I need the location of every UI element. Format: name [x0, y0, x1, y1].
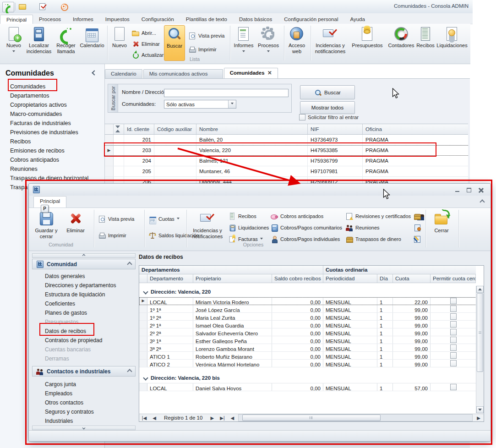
procesos-button[interactable]: Procesos	[256, 25, 280, 61]
sidebar-item-traspasos-horizontal[interactable]: Traspasos de dinero horizontal	[0, 174, 104, 183]
eliminar-button[interactable]: Eliminar	[132, 39, 160, 49]
dialog-nav-empleados[interactable]: Empleados	[32, 389, 136, 398]
sidebar-item-copropietarios[interactable]: Copropietarios activos	[0, 100, 104, 109]
sidebar-item-departamentos[interactable]: Departamentos	[0, 91, 104, 100]
dialog-eliminar-button[interactable]: Eliminar	[62, 209, 89, 247]
clipboard-check-icon[interactable]	[38, 3, 46, 10]
imprimir-button[interactable]: Imprimir	[189, 45, 217, 54]
incidencias-notificaciones-button[interactable]: Incidencias y notificaciones	[313, 25, 347, 61]
dialog-nav-cuentas[interactable]: Cuentas bancarias	[32, 345, 136, 354]
permitir-cuota-cero-checkbox[interactable]	[450, 321, 457, 328]
permitir-cuota-cero-checkbox[interactable]	[450, 344, 457, 351]
cuotas-button[interactable]: Cuotas	[149, 214, 180, 224]
group-header-contactos[interactable]: Contactos e industriales	[32, 366, 136, 377]
recibos-button[interactable]: Recibos	[415, 25, 436, 61]
dialog-vista-previa-button[interactable]: Vista previa	[98, 214, 134, 224]
col-dia[interactable]: Día	[377, 274, 393, 283]
extra-tool-button-2[interactable]	[414, 223, 421, 232]
buscar-panel-button[interactable]: Buscar	[300, 85, 355, 99]
dialog-liquidaciones-button[interactable]: Liquidaciones	[229, 223, 269, 232]
table-row[interactable]: 3ª 2ªLorenzo Gamboa Morant 0,00MENSUAL 1…	[139, 344, 484, 352]
horizontal-scrollbar[interactable]	[238, 414, 473, 421]
table-row[interactable]: 201 Bailén, 20H37364973 PRAGMA	[105, 135, 468, 145]
col-propietario[interactable]: Propietario	[193, 274, 272, 283]
localizar-incidencias-button[interactable]: Localizar incidencias	[24, 25, 54, 61]
minimize-button[interactable]	[452, 186, 462, 193]
permitir-cuota-cero-checkbox[interactable]	[450, 360, 457, 366]
group-row-valencia-220[interactable]: Dirección: Valencia, 220	[139, 287, 484, 297]
permitir-cuota-cero-checkbox[interactable]	[450, 329, 457, 335]
tab-comunidades[interactable]: Comunidades ✕	[224, 68, 278, 78]
solicitar-filtro-checkbox[interactable]	[299, 114, 305, 120]
col-header-codigo[interactable]: Código auxiliar	[154, 124, 196, 134]
dialog-nav-seguros[interactable]: Seguros y contratos	[32, 407, 136, 416]
cobros-pagos-individuales-button[interactable]: Cobros/Pagos individuales	[271, 235, 340, 244]
dialog-tab-principal[interactable]: Principal	[33, 196, 66, 208]
dialog-titlebar[interactable]: Valencia, 220 - Comunidad	[29, 184, 491, 196]
mostrar-todos-button[interactable]: Mostrar todos	[300, 101, 355, 114]
table-row[interactable]: LOCALDaniel Salva Hoyos 0,00MENSUAL 157,…	[139, 383, 484, 391]
vertical-scrollbar[interactable]	[476, 286, 484, 413]
dialog-nav-industriales[interactable]: Industriales	[32, 416, 136, 426]
vista-previa-button[interactable]: Vista previa	[189, 31, 224, 40]
next-record-icon[interactable]: ▶	[207, 415, 217, 421]
dialog-imprimir-button[interactable]: Imprimir	[98, 231, 126, 240]
mail-icon[interactable]	[18, 3, 26, 10]
table-row-selected[interactable]: ▶ 203 Valencia, 220H47953385 PRAGMA	[105, 145, 468, 156]
table-row[interactable]: ATICO 1Roberto Muñiz Bejarano 0,00MENSUA…	[139, 352, 484, 360]
collapse-sidebar-icon[interactable]	[92, 70, 97, 75]
table-row[interactable]: 3º 1ªEsther Gallegos Peña 0,00MENSUAL 19…	[139, 336, 484, 344]
permitir-cuota-cero-checkbox[interactable]	[450, 337, 457, 343]
sidebar-item-macro[interactable]: Macro-comunidades	[0, 109, 104, 119]
sidebar-item-comunidades[interactable]: Comunidades	[0, 82, 104, 91]
dialog-nav-planes[interactable]: Planes de gastos	[32, 308, 136, 317]
ribbon-tab-procesos[interactable]: Procesos	[33, 15, 67, 24]
permitir-cuota-cero-checkbox[interactable]	[450, 313, 457, 320]
table-row[interactable]: ATICO 2Verónica Mármol Hortelano 0,00MEN…	[139, 360, 484, 367]
dialog-nav-estructura[interactable]: Estructura de liquidación	[32, 290, 136, 299]
informes-button[interactable]: Informes	[232, 25, 256, 61]
col-permitir[interactable]: Permitir cuota cero	[431, 274, 476, 283]
contadores-button[interactable]: Contadores	[387, 25, 415, 61]
scroll-right-icon[interactable]: ▶	[474, 415, 484, 421]
buscar-por-vertical-tab[interactable]: Buscar por	[108, 84, 118, 112]
dialog-nav-datos-recibos[interactable]: Datos de recibos	[32, 327, 136, 336]
nombre-direccion-input[interactable]	[164, 89, 289, 97]
col-header-nombre[interactable]: Nombre	[196, 124, 308, 134]
abrir-button[interactable]: Abrir...	[132, 28, 156, 38]
permitir-cuota-cero-checkbox[interactable]	[450, 352, 457, 359]
close-tab-icon[interactable]: ✕	[267, 70, 272, 76]
first-record-icon[interactable]: |◀	[139, 415, 149, 421]
sidebar-splitter-bottom[interactable]	[32, 426, 136, 430]
dialog-nav-contratos[interactable]: Contratos de propiedad	[32, 336, 136, 345]
dialog-nav-otros[interactable]: Otros contactos	[32, 398, 136, 407]
col-cuota[interactable]: Cuota	[393, 274, 431, 283]
ribbon-tab-principal[interactable]: Principal	[0, 15, 33, 24]
sidebar-item-cobros[interactable]: Cobros anticipados	[0, 155, 104, 164]
col-header-oficina[interactable]: Oficina	[363, 124, 468, 134]
chevron-down-icon[interactable]	[228, 100, 236, 108]
liquidaciones-button[interactable]: Liquidaciones	[436, 25, 468, 61]
dialog-nav-coeficientes[interactable]: Coeficientes	[32, 299, 136, 308]
sidebar-splitter-top[interactable]	[32, 253, 136, 258]
dialog-nav-derramas[interactable]: Derramas	[32, 354, 136, 363]
scroll-up-icon[interactable]	[476, 286, 484, 293]
extra-tool-button-3[interactable]	[414, 235, 421, 244]
dialog-recibos-button[interactable]: Recibos	[229, 212, 256, 221]
last-record-icon[interactable]: ▶|	[217, 415, 227, 421]
permitir-cuota-cero-checkbox[interactable]	[450, 298, 457, 304]
dialog-nav-direcciones[interactable]: Direcciones y departamentos	[32, 281, 136, 290]
dialog-incidencias-button[interactable]: Incidencias y notificaciones	[189, 209, 226, 247]
dialog-reuniones-button[interactable]: Reuniones	[346, 223, 380, 232]
close-button[interactable]	[476, 186, 486, 193]
col-periodicidad[interactable]: Periodicidad	[323, 274, 377, 283]
ribbon-tab-datos-basicos[interactable]: Datos básicos	[233, 15, 278, 24]
table-row[interactable]: 2º 1ªIsmael Olea Guardia 0,00MENSUAL 199…	[139, 321, 484, 328]
recoger-llamada-button[interactable]: Recoger llamada	[54, 25, 78, 61]
extra-tool-button-1[interactable]	[414, 212, 421, 221]
ribbon-tab-config-personal[interactable]: Configuración personal	[278, 15, 344, 24]
ribbon-tab-ayuda[interactable]: Ayuda	[344, 15, 371, 24]
col-saldo[interactable]: Saldo cobro recibos	[272, 274, 323, 283]
dialog-nav-presupuestos[interactable]: Presupuestos	[32, 317, 136, 327]
actualizar-button[interactable]: Actualizar	[132, 50, 164, 60]
